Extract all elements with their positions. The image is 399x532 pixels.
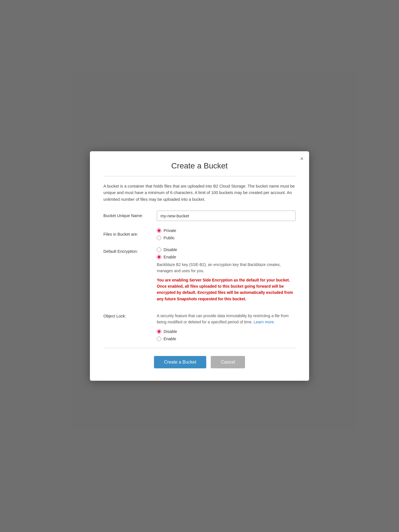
radio-public-input[interactable] bbox=[157, 236, 161, 240]
create-bucket-button[interactable]: Create a Bucket bbox=[154, 356, 207, 368]
object-lock-enable-input[interactable] bbox=[157, 337, 161, 341]
files-in-bucket-label: Files in Bucket are: bbox=[103, 232, 157, 236]
encryption-description: Backblaze B2 key (SSE-B2), an encryption… bbox=[157, 262, 296, 274]
title-divider bbox=[103, 176, 296, 176]
files-in-bucket-row: Files in Bucket are: Private Public bbox=[103, 228, 296, 240]
encryption-disable-label: Disable bbox=[164, 247, 177, 252]
encryption-section: Default Encryption: Disable Enable Backb… bbox=[103, 247, 296, 307]
encryption-disable-input[interactable] bbox=[157, 247, 161, 252]
bucket-name-label: Bucket Unique Name: bbox=[103, 213, 157, 218]
bucket-name-input[interactable] bbox=[157, 211, 296, 221]
encryption-control-area: Disable Enable Backblaze B2 key (SSE-B2)… bbox=[157, 247, 296, 307]
object-lock-enable-label: Enable bbox=[164, 337, 176, 341]
encryption-warning: You are enabling Server Side Encryption … bbox=[157, 277, 296, 302]
modal-title: Create a Bucket bbox=[103, 161, 296, 170]
create-bucket-modal: × Create a Bucket A bucket is a containe… bbox=[90, 151, 309, 381]
encryption-disable-option[interactable]: Disable bbox=[157, 247, 296, 252]
encryption-enable-label: Enable bbox=[164, 255, 176, 259]
close-button[interactable]: × bbox=[300, 156, 303, 161]
encryption-radio-group: Disable Enable bbox=[157, 247, 296, 259]
object-lock-section: Object Lock: A security feature that can… bbox=[103, 313, 296, 341]
files-visibility-group: Private Public bbox=[157, 228, 296, 240]
object-lock-disable-option[interactable]: Disable bbox=[157, 329, 296, 334]
encryption-label: Default Encryption: bbox=[103, 247, 157, 307]
bucket-name-input-area bbox=[157, 211, 296, 221]
object-lock-radio-group: Disable Enable bbox=[157, 329, 296, 341]
modal-description: A bucket is a container that holds files… bbox=[103, 183, 296, 203]
object-lock-description: A security feature that can provide data… bbox=[157, 313, 296, 325]
object-lock-label: Object Lock: bbox=[103, 313, 157, 341]
radio-private-option[interactable]: Private bbox=[157, 228, 296, 233]
radio-private-label: Private bbox=[164, 228, 176, 233]
object-lock-enable-option[interactable]: Enable bbox=[157, 337, 296, 341]
bottom-divider bbox=[103, 348, 296, 348]
encryption-enable-option[interactable]: Enable bbox=[157, 255, 296, 259]
object-lock-disable-input[interactable] bbox=[157, 329, 161, 334]
radio-public-option[interactable]: Public bbox=[157, 236, 296, 240]
encryption-enable-input[interactable] bbox=[157, 255, 161, 259]
radio-public-label: Public bbox=[164, 236, 175, 240]
button-row: Create a Bucket Cancel bbox=[103, 356, 296, 368]
object-lock-disable-label: Disable bbox=[164, 329, 177, 334]
bucket-name-row: Bucket Unique Name: bbox=[103, 211, 296, 221]
radio-private-input[interactable] bbox=[157, 228, 161, 233]
object-lock-control-area: A security feature that can provide data… bbox=[157, 313, 296, 341]
cancel-button[interactable]: Cancel bbox=[211, 356, 245, 368]
learn-more-link[interactable]: Learn more. bbox=[254, 320, 275, 324]
